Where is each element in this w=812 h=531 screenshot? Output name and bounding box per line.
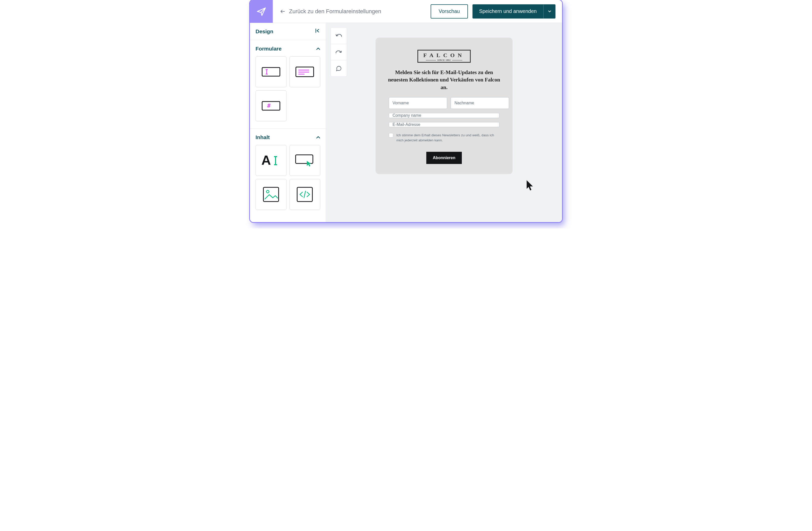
consent-checkbox[interactable] — [389, 133, 393, 138]
caret-down-icon — [548, 10, 551, 12]
undo-icon — [335, 33, 342, 38]
form-heading: Melden Sie sich für E-Mail-Updates zu de… — [388, 69, 501, 91]
sidebar: Design Formulare — [250, 23, 326, 222]
svg-text:A: A — [261, 153, 271, 168]
arrow-left-icon — [280, 9, 286, 14]
tile-text-input[interactable] — [256, 56, 287, 87]
design-header: Design — [250, 23, 326, 40]
brand-since: SINCE 1892 — [418, 59, 470, 61]
text-block-icon: A — [261, 153, 281, 168]
back-link[interactable]: Zurück zu den Formulareinstellungen — [273, 8, 431, 15]
redo-icon — [335, 50, 342, 55]
tile-number-input[interactable]: # — [256, 90, 287, 121]
subscribe-button[interactable]: Abonnieren — [426, 152, 462, 164]
chevron-up-icon — [316, 47, 320, 50]
save-button-group: Speichern und anwenden — [473, 4, 555, 18]
form-preview: FALCON SINCE 1892 Melden Sie sich für E-… — [376, 38, 512, 174]
svg-rect-15 — [263, 187, 279, 202]
save-button[interactable]: Speichern und anwenden — [473, 4, 543, 18]
svg-point-16 — [266, 190, 269, 193]
redo-button[interactable] — [331, 44, 347, 60]
app-logo[interactable] — [250, 0, 273, 23]
preview-button[interactable]: Vorschau — [431, 4, 468, 18]
collapse-left-icon — [315, 28, 320, 33]
consent-text: Ich stimme dem Erhalt dieses Newsletters… — [396, 133, 499, 143]
undo-button[interactable] — [331, 28, 347, 44]
collapse-sidebar-button[interactable] — [315, 28, 320, 35]
tool-column — [331, 27, 347, 77]
forms-tiles: # — [250, 56, 326, 128]
app-frame: Zurück zu den Formulareinstellungen Vors… — [250, 0, 562, 222]
consent-row: Ich stimme dem Erhalt dieses Newsletters… — [383, 131, 505, 143]
content-tiles: A — [250, 145, 326, 217]
chevron-up-icon — [316, 136, 320, 139]
company-field[interactable] — [389, 113, 499, 118]
topbar: Zurück zu den Formulareinstellungen Vors… — [250, 0, 562, 23]
code-block-icon — [296, 187, 313, 202]
cursor-icon — [525, 180, 535, 192]
back-label: Zurück zu den Formulareinstellungen — [289, 8, 381, 15]
button-block-icon — [294, 154, 315, 167]
comment-icon — [336, 66, 342, 72]
image-block-icon — [263, 187, 279, 202]
save-dropdown-button[interactable] — [543, 4, 555, 18]
svg-rect-8 — [262, 102, 280, 110]
top-actions: Vorschau Speichern und anwenden — [431, 4, 562, 18]
name-row — [383, 97, 505, 109]
brand-name: FALCON — [418, 52, 470, 59]
company-row — [383, 113, 505, 118]
svg-rect-0 — [262, 68, 280, 76]
canvas: FALCON SINCE 1892 Melden Sie sich für E-… — [326, 23, 562, 222]
tile-image-block[interactable] — [256, 179, 287, 210]
lastname-field[interactable] — [451, 97, 509, 109]
email-row — [383, 122, 505, 127]
content-section-header[interactable]: Inhalt — [250, 129, 326, 145]
comment-button[interactable] — [331, 60, 347, 76]
svg-text:#: # — [267, 102, 271, 109]
forms-section-label: Formulare — [256, 46, 282, 52]
textarea-icon — [295, 67, 314, 77]
forms-section-header[interactable]: Formulare — [250, 40, 326, 56]
tile-text-block[interactable]: A — [256, 145, 287, 176]
content-section-label: Inhalt — [256, 134, 270, 140]
paper-plane-icon — [256, 6, 266, 16]
tile-button-block[interactable] — [290, 145, 320, 176]
tile-textarea[interactable] — [290, 56, 320, 87]
svg-rect-14 — [295, 155, 313, 163]
text-input-icon — [262, 67, 280, 77]
tile-code-block[interactable] — [290, 179, 320, 210]
firstname-field[interactable] — [389, 97, 447, 109]
main: Design Formulare — [250, 23, 562, 222]
email-field[interactable] — [389, 122, 499, 127]
brand-logo: FALCON SINCE 1892 — [417, 50, 471, 63]
number-input-icon: # — [262, 101, 280, 111]
design-label: Design — [256, 28, 273, 34]
